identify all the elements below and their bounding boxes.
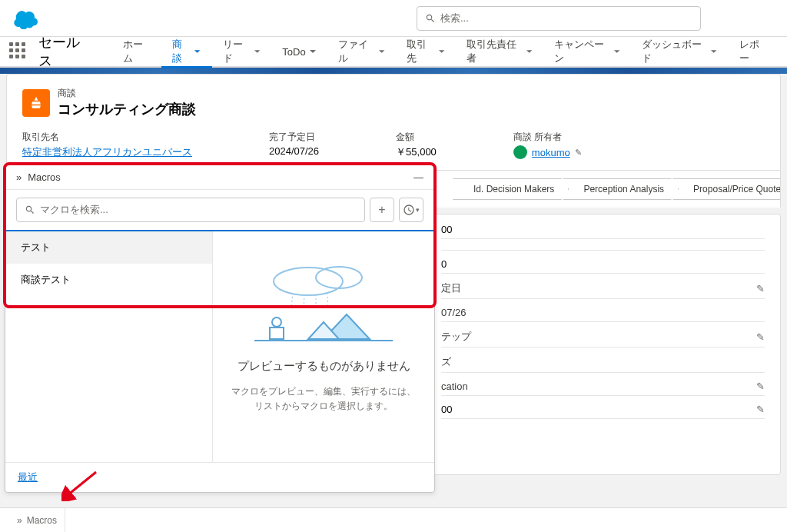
detail-row: 0	[441, 251, 765, 274]
svg-point-1	[316, 267, 362, 288]
edit-icon[interactable]: ✎	[756, 283, 765, 294]
minimize-button[interactable]: —	[413, 171, 423, 183]
svg-point-0	[274, 268, 343, 295]
detail-row	[441, 239, 765, 251]
utility-bar: » Macros	[0, 507, 787, 532]
nav-dashboard[interactable]: ダッシュボード	[631, 36, 728, 67]
owner-avatar	[513, 145, 527, 159]
macro-list-item[interactable]: 商談テスト	[5, 264, 212, 296]
stage-item[interactable]: Id. Decision Makers	[453, 178, 569, 200]
owner-link[interactable]: mokumo	[532, 147, 570, 158]
macros-icon: »	[17, 515, 22, 526]
field-owner: 商談 所有者 mokumo ✎	[513, 131, 582, 159]
chevron-down-icon	[194, 48, 201, 55]
macros-panel-header: » Macros —	[5, 165, 434, 190]
decorative-pattern	[0, 68, 787, 74]
empty-state-illustration	[247, 254, 400, 347]
chevron-down-icon	[613, 48, 620, 55]
svg-line-3	[304, 294, 304, 310]
preview-empty-title: プレビューするものがありません	[237, 357, 410, 375]
svg-point-9	[272, 318, 281, 327]
macro-history-button[interactable]: ▾	[399, 198, 423, 222]
account-link[interactable]: 特定非営利法人アフリカンユニバース	[22, 145, 192, 159]
app-launcher-icon[interactable]	[9, 42, 26, 61]
macros-search-input[interactable]: マクロを検索...	[16, 198, 365, 222]
search-placeholder: 検索...	[440, 12, 469, 25]
nav-campaign[interactable]: キャンペーン	[543, 36, 631, 67]
chevron-down-icon	[309, 48, 317, 55]
chevron-down-icon	[378, 48, 385, 55]
svg-rect-8	[270, 328, 284, 339]
macros-panel: » Macros — マクロを検索... + ▾ テスト 商談テスト	[5, 165, 435, 493]
edit-icon[interactable]: ✎	[756, 381, 765, 392]
field-amount: 金額 ￥55,000	[396, 131, 437, 159]
detail-row: 00	[441, 216, 765, 239]
nav-contact[interactable]: 取引先責任者	[456, 36, 543, 67]
macros-footer: 最近	[5, 462, 434, 492]
object-label: 商談	[58, 87, 196, 100]
stage-item[interactable]: Perception Analysis	[563, 178, 679, 200]
record-title: コンサルティング商談	[58, 100, 196, 118]
nav-file[interactable]: ファイル	[327, 36, 397, 67]
field-close-date: 完了予定日 2024/07/26	[269, 131, 319, 159]
detail-row: 00✎	[441, 396, 765, 419]
global-header: 検索...	[0, 0, 787, 37]
chevron-down-icon	[438, 48, 445, 55]
add-macro-button[interactable]: +	[370, 198, 394, 222]
nav-home[interactable]: ホーム	[112, 36, 162, 67]
macro-list-item[interactable]: テスト	[5, 231, 212, 264]
change-owner-icon[interactable]: ✎	[575, 148, 582, 158]
app-name: セールス	[38, 33, 90, 70]
nav-todo[interactable]: ToDo	[271, 36, 327, 67]
search-icon	[25, 204, 35, 215]
edit-icon[interactable]: ✎	[756, 404, 765, 415]
svg-line-5	[327, 293, 328, 308]
search-icon	[425, 13, 436, 24]
field-account: 取引先名 特定非営利法人アフリカンユニバース	[22, 131, 192, 159]
chevron-down-icon	[710, 48, 717, 55]
macros-list: テスト 商談テスト	[5, 231, 213, 462]
global-search-input[interactable]: 検索...	[417, 6, 701, 31]
opportunity-icon	[22, 89, 50, 117]
recent-link[interactable]: 最近	[18, 471, 38, 483]
detail-row: cation✎	[441, 373, 765, 396]
detail-row: テップ✎	[441, 322, 765, 347]
utility-macros[interactable]: » Macros	[9, 508, 65, 532]
clock-icon	[403, 204, 415, 216]
svg-line-2	[291, 293, 293, 308]
detail-row: ズ	[441, 347, 765, 373]
nav-opportunity[interactable]: 商談	[161, 36, 211, 67]
chevron-down-icon	[526, 48, 533, 55]
nav-lead[interactable]: リード	[212, 36, 272, 67]
nav-bar: セールス ホーム 商談 リード ToDo ファイル 取引先 取引先責任者 キャン…	[0, 37, 787, 68]
macros-icon: »	[16, 171, 22, 183]
macros-preview-pane: プレビューするものがありません マクロをプレビュー、編集、実行するには、リストか…	[213, 231, 434, 462]
edit-icon[interactable]: ✎	[756, 331, 765, 343]
record-header: 商談 コンサルティング商談 取引先名 特定非営利法人アフリカンユニバース 完了予…	[6, 74, 781, 171]
nav-account[interactable]: 取引先	[396, 36, 456, 67]
salesforce-logo	[9, 8, 40, 29]
detail-row: 07/26	[441, 299, 765, 322]
macros-title: Macros	[28, 171, 61, 183]
preview-empty-desc: マクロをプレビュー、編集、実行するには、リストからマクロを選択します。	[228, 384, 419, 414]
stage-item[interactable]: Proposal/Price Quote	[672, 178, 781, 200]
detail-row: 定日✎	[441, 274, 765, 299]
chevron-down-icon	[254, 48, 261, 55]
nav-report[interactable]: レポー	[729, 36, 779, 67]
